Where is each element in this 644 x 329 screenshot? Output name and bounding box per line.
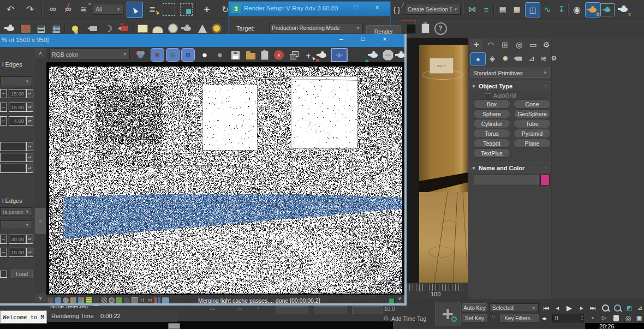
target-dropdown[interactable]: Production Rendering Mode▼ [269, 23, 363, 33]
compare-horizontal-icon[interactable]: ◁|▷ [331, 48, 348, 62]
welcome-window-title[interactable]: Welcome to M [0, 310, 47, 324]
save-image-icon[interactable] [228, 48, 242, 62]
dock-arrow-icon[interactable]: ↧ [554, 2, 569, 16]
close-icon[interactable]: × [378, 35, 392, 44]
window-crossing-icon[interactable] [180, 3, 193, 16]
time-configuration-icon[interactable]: ◔ [587, 313, 597, 322]
autogrid-checkbox[interactable] [485, 93, 491, 100]
primitive-button-box[interactable]: Box [474, 100, 510, 108]
spinner-arrows[interactable]: ▴▾ [26, 142, 33, 151]
go-to-start-icon[interactable]: |◀◀ [540, 303, 551, 313]
tab-create[interactable]: + [470, 39, 482, 50]
render-setup-icon[interactable]: ⚙ [585, 2, 600, 17]
spinner-arrows[interactable]: ▴▾ [26, 116, 33, 125]
channel-selector-dropdown[interactable]: RGB color▼ [49, 49, 130, 60]
panel-scrollbar[interactable]: ∧ ≡ ∨ [34, 47, 46, 303]
select-by-name-icon[interactable]: ≣ [145, 2, 159, 16]
time-slider-fragment[interactable] [168, 323, 180, 329]
subtab-geometry[interactable]: ● [470, 52, 486, 65]
primitive-button-pyramid[interactable]: Pyramid [514, 129, 550, 137]
spinner-arrows[interactable]: ▴▾ [26, 89, 33, 98]
current-frame-field[interactable]: 0 ▴▾ [552, 314, 584, 322]
category-dropdown[interactable]: Standard Primitives▼ [470, 68, 550, 78]
frame-step-icon[interactable]: ◀▶ [539, 314, 549, 323]
blue-channel-icon[interactable]: B [181, 48, 195, 62]
select-object-icon[interactable] [127, 2, 143, 18]
region-render-icon[interactable] [315, 48, 330, 62]
set-key-pose-icon[interactable]: ∵ [489, 313, 498, 322]
help-icon[interactable]: ? [433, 21, 448, 35]
load-button[interactable]: Load [11, 270, 33, 279]
object-name-input[interactable] [474, 175, 539, 184]
left-dropdown-2[interactable]: ▼ [0, 220, 32, 229]
tab-motion[interactable]: ◎ [513, 39, 525, 50]
spinner-field-3[interactable]: 4.00 [9, 116, 26, 125]
orbit-icon[interactable]: ◎ [623, 313, 633, 322]
create-key-button[interactable]: + [435, 302, 461, 326]
spinner-field-1[interactable]: 15.00 [9, 89, 26, 98]
select-and-link-icon[interactable]: ∞ [46, 2, 60, 16]
maximize-icon[interactable]: □ [349, 4, 362, 13]
redo-icon[interactable]: ↷ [23, 2, 37, 16]
subtab-shapes[interactable]: ◈ [487, 52, 498, 64]
timeline-ruler[interactable]: 100 [407, 283, 468, 299]
alpha-channel-icon[interactable]: ● [198, 48, 212, 62]
tab-modify[interactable]: ◠ [485, 39, 497, 50]
scroll-thumb[interactable]: ≡ [35, 208, 46, 234]
red-channel-icon[interactable]: R [151, 48, 164, 62]
primitive-button-plane[interactable]: Plane [514, 139, 550, 147]
spinner-field-2[interactable]: 15.00 [9, 103, 26, 112]
minimize-icon[interactable]: – [327, 4, 340, 13]
clear-image-icon[interactable]: × [272, 48, 286, 62]
object-color-swatch[interactable] [540, 175, 550, 186]
named-selection-braces-icon[interactable]: { }╱ [390, 2, 404, 16]
isolate-arrow-icon[interactable]: ▷ [599, 313, 609, 322]
object-type-rollout-header[interactable]: ▼ Object Type ∷ [468, 81, 551, 91]
selection-filter-dropdown[interactable]: All▼ [93, 4, 123, 15]
zoom-all-icon[interactable] [612, 303, 622, 313]
viewport[interactable]: BACK [407, 38, 468, 283]
field-of-view-icon[interactable]: ⊿ [635, 303, 644, 313]
spinner-arrows[interactable]: ▴▾ [26, 235, 33, 244]
bind-to-space-warp-icon[interactable]: ≋∞ [76, 2, 91, 16]
spinner-field-6[interactable] [0, 164, 26, 173]
zoom-icon[interactable] [600, 303, 610, 313]
spinner-field-8[interactable]: 10.00 [9, 248, 26, 257]
minimize-icon[interactable]: – [334, 35, 348, 44]
stop-render-icon[interactable]: STOP [381, 48, 395, 62]
spinner-arrows[interactable]: ▴▾ [26, 248, 33, 257]
duplicate-to-host-icon[interactable] [287, 48, 301, 62]
maximize-viewport-icon[interactable]: ▣ [634, 313, 644, 322]
tab-utilities[interactable]: ⚙ [541, 39, 551, 50]
spinner-field-5[interactable] [0, 153, 26, 162]
pan-hand-icon[interactable] [611, 313, 621, 322]
y-coordinate-field[interactable] [314, 306, 347, 314]
set-key-button[interactable]: Set Key [462, 314, 487, 322]
primitive-button-cone[interactable]: Cone [514, 100, 550, 108]
render-last-icon[interactable]: ▶ [367, 48, 381, 62]
unlink-selection-icon[interactable]: ∞╱ [61, 2, 75, 16]
scene-explorer-icon[interactable]: ◫ [525, 2, 540, 17]
spinner-arrows[interactable]: ▴▾ [26, 103, 33, 112]
primitive-button-torus[interactable]: Torus [474, 129, 510, 137]
scroll-up-icon[interactable]: ∧ [35, 48, 46, 58]
vfb-titlebar[interactable]: % of 1500 x 950] – □ × [0, 34, 407, 47]
z-coordinate-field[interactable] [352, 306, 383, 314]
mono-channel-icon[interactable]: ● [213, 48, 227, 62]
primitive-button-geosphere[interactable]: GeoSphere [514, 110, 550, 118]
layer-list-icon[interactable]: ▤ [496, 2, 510, 16]
track-mouse-icon[interactable]: + [301, 48, 315, 62]
tab-hierarchy[interactable]: ⊞ [499, 39, 511, 50]
zoom-extents-icon[interactable]: ◩ [624, 303, 634, 313]
align-icon[interactable]: ≡ [479, 2, 493, 16]
previous-frame-icon[interactable]: ◀| [552, 303, 562, 313]
material-editor-icon[interactable]: ◉ [570, 2, 584, 16]
open-image-icon[interactable] [243, 48, 258, 62]
auto-key-button[interactable]: Auto Key [462, 303, 487, 312]
close-icon[interactable]: × [371, 4, 384, 13]
spinner-field-7[interactable]: 30.00 [9, 235, 26, 244]
undo-icon[interactable]: ↶ [3, 2, 17, 16]
primitive-button-tube[interactable]: Tube [514, 119, 550, 128]
frame-spinner-arrows[interactable]: ▴▾ [581, 314, 583, 321]
spinner-arrows[interactable]: ▴▾ [26, 153, 33, 162]
